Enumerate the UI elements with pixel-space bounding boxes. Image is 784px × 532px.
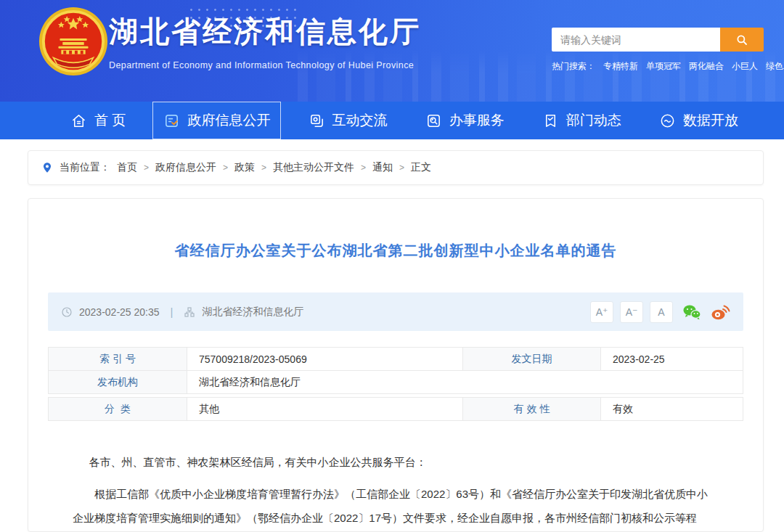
nav-item-label: 互动交流 [332,111,388,130]
national-emblem-icon [38,5,109,78]
article-paragraph: 各市、州、直管市、神农架林区经信局，有关中小企业公共服务平台： [73,450,719,474]
index-number-value: 757009218/2023-05069 [187,348,462,370]
nav-item-label: 数据开放 [683,111,738,130]
hot-search-row: 热门搜索： 专精特新 单项冠军 两化融合 小巨人 绿色工厂 [552,60,764,73]
category-value: 其他 [187,398,462,420]
breadcrumb-item[interactable]: 首页 [117,161,137,174]
breadcrumb-item[interactable]: 其他主动公开文件 [273,161,354,174]
article-paragraph: 根据工信部《优质中小企业梯度培育管理暂行办法》（工信部企业〔2022〕63号）和… [73,482,719,532]
category-label: 分 类 [49,398,187,420]
clock-icon [61,306,73,318]
nav-item-services[interactable]: 办事服务 [415,102,515,139]
nav-item-label: 政府信息公开 [187,111,270,130]
issue-date-value: 2023-02-25 [600,348,743,370]
breadcrumb-separator: > [261,163,266,173]
breadcrumb-item[interactable]: 政策 [234,161,255,174]
hot-keyword[interactable]: 小巨人 [732,60,758,73]
nav-item-open-data[interactable]: 数据开放 [648,102,749,139]
nav-item-label: 首 页 [94,111,126,130]
search-input[interactable] [552,28,720,52]
hot-keyword[interactable]: 两化融合 [689,60,724,73]
nav-item-news[interactable]: 部门动态 [531,102,632,139]
article-body: 各市、州、直管市、神农架林区经信局，有关中小企业公共服务平台： 根据工信部《优质… [48,450,743,532]
validity-value: 有效 [600,398,743,420]
breadcrumb-item[interactable]: 政府信息公开 [155,161,216,174]
hot-keyword[interactable]: 单项冠军 [646,60,681,73]
info-table: 索 引 号 757009218/2023-05069 发文日期 2023-02-… [48,347,743,421]
table-row: 分 类 其他 有 效 性 有效 [48,397,743,421]
site-title: 湖北省经济和信息化厅 [109,12,421,52]
table-row: 发布机构 湖北省经济和信息化厅 [48,370,743,394]
table-row: 索 引 号 757009218/2023-05069 发文日期 2023-02-… [48,347,743,371]
site-header: 湖北省经济和信息化厅 Department of Economy and Inf… [0,0,784,102]
search-button[interactable] [720,28,764,52]
data-wave-icon [659,112,676,129]
meta-divider: | [171,306,173,318]
breadcrumb-label: 当前位置： [60,161,110,174]
publish-org-label: 发布机构 [49,371,187,393]
breadcrumb-current: 正文 [411,161,431,174]
breadcrumb-separator: > [399,163,404,173]
nav-item-home[interactable]: 首 页 [60,102,136,139]
search-icon [735,33,748,46]
article-card: 省经信厅办公室关于公布湖北省第二批创新型中小企业名单的通告 2023-02-25… [28,198,764,532]
font-size-increase-button[interactable]: A⁺ [590,301,613,323]
font-size-reset-button[interactable]: A [650,301,673,323]
publish-source: 湖北省经济和信息化厅 [202,306,303,319]
breadcrumb-separator: > [361,163,366,173]
validity-label: 有 效 性 [462,398,600,420]
bookmark-icon [542,112,559,129]
nav-item-interaction[interactable]: 互动交流 [298,102,399,139]
hot-keyword[interactable]: 绿色工厂 [766,60,784,73]
wechat-share-icon[interactable] [682,303,701,321]
doc-check-icon [163,112,180,129]
breadcrumb-separator: > [144,163,149,173]
publish-datetime: 2023-02-25 20:35 [79,306,160,318]
interact-icon [309,112,325,129]
hot-search-label: 热门搜索： [552,60,595,73]
font-size-decrease-button[interactable]: A⁻ [620,301,643,323]
publish-org-value: 湖北省经济和信息化厅 [187,371,743,393]
home-icon [70,112,87,129]
nav-item-label: 办事服务 [449,111,505,130]
service-search-icon [425,112,442,129]
site-title-block: 湖北省经济和信息化厅 Department of Economy and Inf… [109,12,421,70]
nav-item-label: 部门动态 [566,111,621,130]
article-title: 省经信厅办公室关于公布湖北省第二批创新型中小企业名单的通告 [48,241,743,261]
location-pin-icon [41,161,53,174]
nav-item-gov-info[interactable]: 政府信息公开 [152,102,281,139]
issue-date-label: 发文日期 [462,348,600,370]
search-bar [552,28,764,52]
weibo-share-icon[interactable] [711,303,730,321]
hot-keyword[interactable]: 专精特新 [603,60,638,73]
source-org-icon [184,306,195,318]
breadcrumb-item[interactable]: 通知 [372,161,393,174]
site-subtitle-en: Department of Economy and Information Te… [109,60,421,70]
national-emblem-logo [38,5,109,78]
breadcrumb: 当前位置： 首页 > 政府信息公开 > 政策 > 其他主动公开文件 > 通知 >… [28,150,764,185]
article-meta-bar: 2023-02-25 20:35 | 湖北省经济和信息化厅 A⁺ A⁻ A [48,292,743,331]
index-number-label: 索 引 号 [49,348,187,370]
breadcrumb-separator: > [223,163,228,173]
main-nav: 首 页 政府信息公开 互动交流 办事服务 [0,102,784,139]
